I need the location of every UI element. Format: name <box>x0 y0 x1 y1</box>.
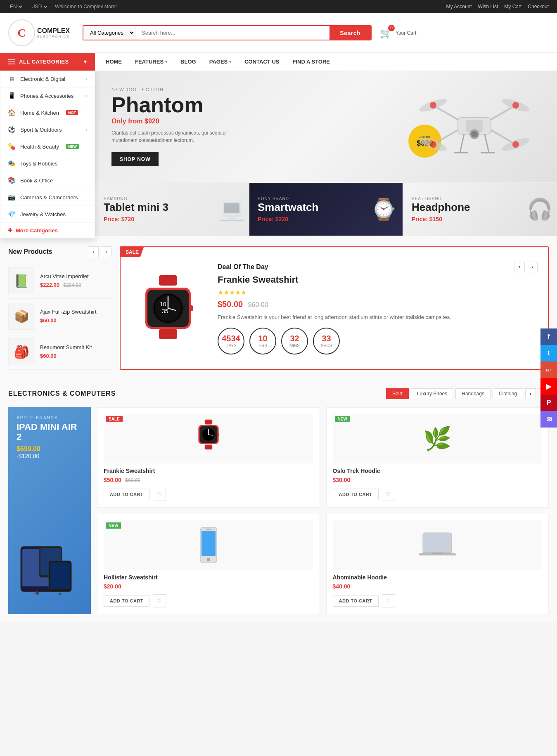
deal-prev[interactable]: ‹ <box>514 262 525 272</box>
social-sidebar: f t g+ ▶ P ✉ <box>540 328 557 428</box>
svg-text:10: 10 <box>160 301 166 307</box>
new-products-prev[interactable]: ‹ <box>88 246 99 257</box>
currency-select[interactable]: USD <box>30 3 49 10</box>
category-health[interactable]: 💊 Health & Beauty NEW <box>0 138 95 155</box>
promo-strips: SAMSUNG Tablet mini 3 Price: $720 💻 SONY… <box>95 182 557 236</box>
category-sport[interactable]: ⚽ Sport & Outdoors › <box>0 121 95 138</box>
svg-point-14 <box>430 141 436 148</box>
top-bar-right: My Account Wish List My Cart Checkout <box>446 4 549 9</box>
my-account-link[interactable]: My Account <box>446 4 472 9</box>
category-jewelry[interactable]: 💎 Jewelry & Watches <box>0 206 95 223</box>
list-item: 📗 Arcu Vitae Imperdiet $222.00 $234.00 <box>8 263 111 299</box>
countdown-hrs: 10 HRS <box>249 328 276 354</box>
deal-section-title: Deal Of The Day <box>218 263 268 271</box>
sale-badge-0: SALE <box>106 416 123 422</box>
tab-clothing[interactable]: Clothing <box>493 388 523 399</box>
add-to-cart-row-2: ADD TO CART ♡ <box>104 594 313 607</box>
category-home[interactable]: 🏠 Home & Kitchen HOT <box>0 104 95 121</box>
category-cameras-label: Cameras & Camcorders <box>20 194 78 201</box>
language-select[interactable]: EN <box>8 3 24 10</box>
add-to-cart-2[interactable]: ADD TO CART <box>104 595 149 607</box>
nav-bar: ALL CATEGORIES ▾ 🖥 Electronic & Digital … <box>0 53 557 71</box>
wishlist-3[interactable]: ♡ <box>382 594 395 607</box>
middle-section: New Products ‹ › 📗 Arcu Vitae Imperdiet … <box>0 236 557 380</box>
tab-shirt[interactable]: Shirt <box>386 388 409 399</box>
category-book-label: Book & Office <box>20 177 53 184</box>
phones-icon: 📱 <box>8 92 15 99</box>
electronics-section: ELECTRONICS & COMPUTERS Shirt Luxury Sho… <box>0 380 557 622</box>
category-sport-label: Sport & Outdoors <box>20 127 62 133</box>
category-electronic[interactable]: 🖥 Electronic & Digital › <box>0 71 95 87</box>
nav-blog[interactable]: BLOG <box>174 53 203 71</box>
svg-rect-56 <box>424 534 450 551</box>
nav-features[interactable]: FEATURES ▾ <box>128 53 174 71</box>
more-categories-item[interactable]: ✚ More Categories <box>0 223 95 238</box>
all-categories-button[interactable]: ALL CATEGORIES ▾ <box>0 53 95 71</box>
svg-point-13 <box>512 102 519 109</box>
tab-shoes[interactable]: Luxury Shoes <box>411 388 453 399</box>
promo-tablet[interactable]: SAMSUNG Tablet mini 3 Price: $720 💻 <box>95 182 249 236</box>
add-to-cart-3[interactable]: ADD TO CART <box>333 595 379 607</box>
wishlist-0[interactable]: ♡ <box>153 488 166 501</box>
electronics-grid: APPLE BRANDS IPAD MINI AIR 2 $690.00 -$1… <box>8 407 549 614</box>
tab-handbags[interactable]: Handbags <box>455 388 491 399</box>
wish-list-link[interactable]: Wish List <box>478 4 498 9</box>
svg-rect-52 <box>201 531 216 556</box>
cart-wrap[interactable]: 0 🛒 Your Cart <box>380 27 416 39</box>
google-plus-button[interactable]: g+ <box>540 361 557 378</box>
electronics-prev[interactable]: ‹ <box>525 388 536 399</box>
svg-rect-20 <box>159 275 177 286</box>
nav-home[interactable]: HOME <box>99 53 128 71</box>
search-input[interactable] <box>135 26 329 40</box>
logo[interactable]: C COMPLEX ELECTRONICS <box>8 19 74 46</box>
email-button[interactable]: ✉ <box>540 411 557 428</box>
category-book[interactable]: 📚 Book & Office <box>0 172 95 189</box>
electronics-title: ELECTRONICS & COMPUTERS <box>8 390 116 397</box>
category-phones[interactable]: 📱 Phones & Accessories › <box>0 87 95 104</box>
deal-price: $50.00 <box>218 300 243 309</box>
new-products-next[interactable]: › <box>101 246 111 257</box>
category-select[interactable]: All Categories <box>83 26 135 40</box>
facebook-button[interactable]: f <box>540 328 557 345</box>
add-to-cart-0[interactable]: ADD TO CART <box>104 489 149 500</box>
nav-pages[interactable]: PAGES ▾ <box>203 53 238 71</box>
search-button[interactable]: Search <box>329 26 371 40</box>
new-badge-2: NEW <box>106 522 121 529</box>
add-to-cart-1[interactable]: ADD TO CART <box>333 489 379 500</box>
checkout-link[interactable]: Checkout <box>528 4 549 9</box>
promo-watch[interactable]: SONY BRAND Smartwatch Price: $220 ⌚ <box>249 182 403 236</box>
svg-line-17 <box>485 134 489 153</box>
category-toys[interactable]: 🎭 Toys & Hobbies <box>0 155 95 172</box>
twitter-button[interactable]: t <box>540 345 557 361</box>
category-cameras[interactable]: 📷 Cameras & Camcorders <box>0 189 95 206</box>
svg-rect-40 <box>50 562 70 589</box>
hero-content: NEW COLLECTION Phantom Only from $920 Cl… <box>111 87 252 166</box>
health-icon: 💊 <box>8 143 15 150</box>
wishlist-2[interactable]: ♡ <box>153 594 166 607</box>
pages-chevron: ▾ <box>229 59 231 64</box>
sport-icon: ⚽ <box>8 126 15 133</box>
product-image-1: NEW 🌿 <box>333 414 543 463</box>
hrs-label: HRS <box>258 343 267 348</box>
youtube-button[interactable]: ▶ <box>540 378 557 395</box>
promo-headphone[interactable]: BEAT BRAND Headphone Price: $150 🎧 <box>403 182 557 236</box>
nav-find-store-label: FIND A STORE <box>293 59 330 65</box>
product-image-3 <box>333 520 543 570</box>
shop-now-button[interactable]: SHOP NOW <box>111 152 159 166</box>
wishlist-1[interactable]: ♡ <box>382 488 395 501</box>
categories-chevron: ▾ <box>84 59 87 65</box>
deal-next[interactable]: › <box>527 262 538 272</box>
nav-contact[interactable]: CONTACT US <box>238 53 286 71</box>
nav-features-label: FEATURES <box>135 59 164 65</box>
nav-find-store[interactable]: FIND A STORE <box>286 53 337 71</box>
nav-contact-label: CONTACT US <box>244 59 279 65</box>
plus-icon: ✚ <box>8 227 12 234</box>
product-card-1: NEW 🌿 Oslo Trek Hoodie $30.00 ADD TO CAR… <box>326 407 549 508</box>
category-jewelry-label: Jewelry & Watches <box>20 211 66 217</box>
product-emoji-2: 🎒 <box>14 345 29 359</box>
my-cart-link[interactable]: My Cart <box>504 4 521 9</box>
add-to-cart-row-3: ADD TO CART ♡ <box>333 594 543 607</box>
product-image-2: NEW <box>104 520 313 570</box>
pinterest-button[interactable]: P <box>540 395 557 411</box>
hamburger-icon <box>8 59 15 64</box>
